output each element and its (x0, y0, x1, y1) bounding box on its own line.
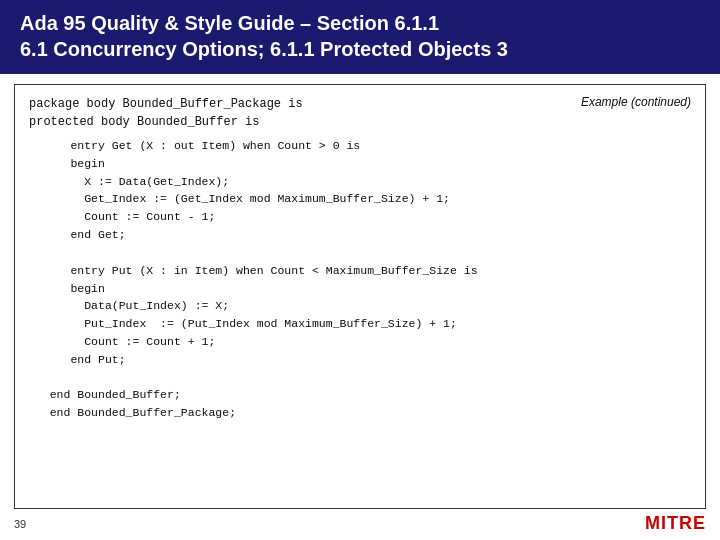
page-number: 39 (14, 518, 26, 530)
code-box: package body Bounded_Buffer_Package is p… (14, 84, 706, 509)
box-header-left: package body Bounded_Buffer_Package is p… (29, 95, 303, 131)
title-line1: Ada 95 Quality & Style Guide – Section 6… (20, 10, 700, 36)
footer: 39 MITRE (0, 509, 720, 540)
header: Ada 95 Quality & Style Guide – Section 6… (0, 0, 720, 74)
mitre-logo: MITRE (645, 513, 706, 534)
protected-line: protected body Bounded_Buffer is (29, 113, 303, 131)
box-header: package body Bounded_Buffer_Package is p… (29, 95, 691, 131)
title-line2: 6.1 Concurrency Options; 6.1.1 Protected… (20, 36, 700, 62)
content-area: package body Bounded_Buffer_Package is p… (0, 74, 720, 509)
page: Ada 95 Quality & Style Guide – Section 6… (0, 0, 720, 540)
package-line: package body Bounded_Buffer_Package is (29, 95, 303, 113)
code-content: entry Get (X : out Item) when Count > 0 … (29, 137, 691, 498)
example-label: Example (continued) (581, 95, 691, 109)
